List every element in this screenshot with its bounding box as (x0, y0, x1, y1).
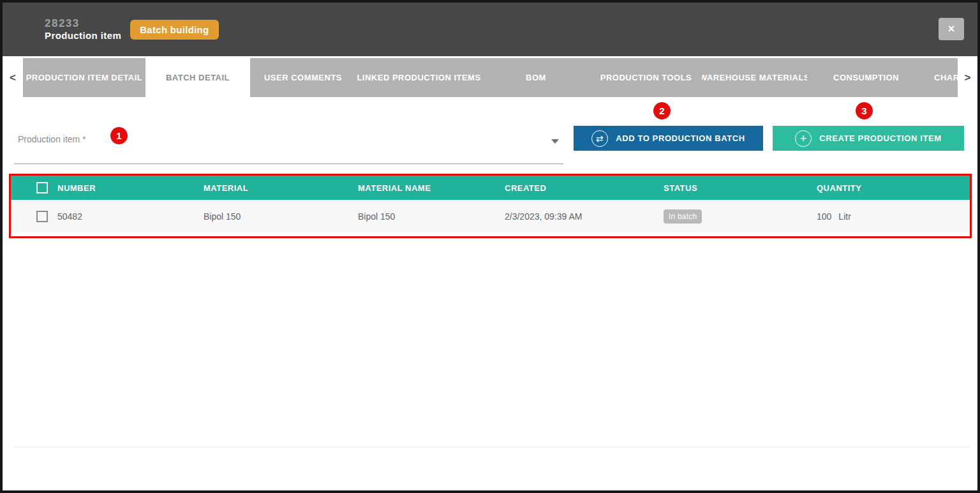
swap-arrows-icon: ⇄ (591, 130, 608, 147)
tab-production-item-detail[interactable]: PRODUCTION ITEM DETAIL (23, 58, 145, 97)
bottom-divider (14, 446, 970, 448)
add-to-production-batch-button[interactable]: ⇄ ADD TO PRODUCTION BATCH (574, 126, 763, 151)
cell-quantity: 100 Litr (817, 211, 970, 222)
tab-bar: < PRODUCTION ITEM DETAIL BATCH DETAIL US… (3, 58, 977, 97)
dialog-header: 28233 Production item Batch building × (3, 3, 977, 56)
column-header-number: NUMBER (57, 183, 204, 193)
quantity-unit: Litr (838, 211, 850, 222)
tab-user-comments[interactable]: USER COMMENTS (250, 58, 356, 97)
add-to-production-batch-label: ADD TO PRODUCTION BATCH (616, 133, 745, 143)
production-item-select[interactable] (14, 149, 563, 164)
row-checkbox[interactable] (36, 211, 48, 222)
annotation-marker-2: 2 (653, 102, 671, 119)
production-item-field-label: Production item * (18, 134, 86, 144)
cell-material: Bipol 150 (204, 211, 358, 222)
plus-icon: + (795, 130, 812, 147)
column-header-material-name: MATERIAL NAME (358, 183, 505, 193)
quantity-value: 100 (817, 211, 831, 222)
table-header-row: NUMBER MATERIAL MATERIAL NAME CREATED ST… (11, 176, 970, 200)
dropdown-arrow-icon[interactable] (551, 139, 559, 144)
column-header-created: CREATED (505, 183, 664, 193)
create-production-item-label: CREATE PRODUCTION ITEM (819, 133, 941, 143)
cell-number: 50482 (57, 211, 204, 222)
cell-status: In batch (664, 209, 817, 224)
tab-linked-production-items[interactable]: LINKED PRODUCTION ITEMS (356, 58, 482, 97)
status-badge: In batch (664, 209, 702, 224)
column-header-status: STATUS (664, 183, 817, 193)
batch-building-badge: Batch building (130, 20, 218, 40)
production-item-number: 28233 (45, 17, 121, 30)
tab-characteristics-clipped[interactable]: CHAR (925, 58, 958, 97)
annotation-marker-1: 1 (110, 127, 128, 144)
tab-production-tools[interactable]: PRODUCTION TOOLS (590, 58, 702, 97)
column-header-quantity: QUANTITY (817, 183, 970, 193)
tab-batch-detail[interactable]: BATCH DETAIL (145, 58, 250, 97)
tab-consumption[interactable]: CONSUMPTION (807, 58, 925, 97)
chevron-right-icon[interactable]: > (958, 58, 977, 97)
dialog-title: Production item (45, 30, 121, 42)
batch-items-table: NUMBER MATERIAL MATERIAL NAME CREATED ST… (9, 174, 972, 238)
chevron-left-icon[interactable]: < (3, 58, 23, 97)
title-block: 28233 Production item (45, 17, 121, 42)
cell-material-name: Bipol 150 (358, 211, 505, 222)
table-row: 50482 Bipol 150 Bipol 150 2/3/2023, 09:3… (11, 200, 970, 232)
annotation-marker-3: 3 (856, 102, 873, 119)
tab-bom[interactable]: BOM (482, 58, 590, 97)
close-icon[interactable]: × (939, 18, 964, 40)
cell-created: 2/3/2023, 09:39 AM (505, 211, 664, 222)
select-all-checkbox[interactable] (36, 182, 48, 193)
column-header-material: MATERIAL (204, 183, 358, 193)
production-item-dialog: 28233 Production item Batch building × <… (0, 0, 980, 493)
create-production-item-button[interactable]: + CREATE PRODUCTION ITEM (773, 126, 964, 151)
tab-warehouse-materials[interactable]: WAREHOUSE MATERIALS (702, 58, 807, 97)
